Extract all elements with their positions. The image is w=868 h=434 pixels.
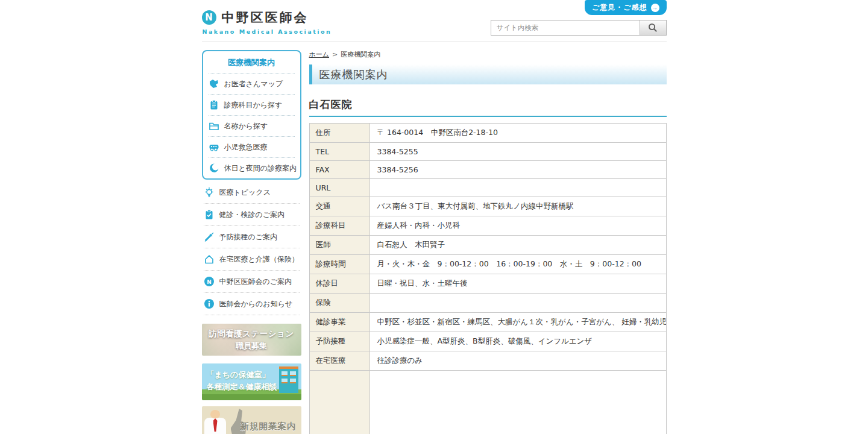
banner-text: 職員募集 <box>236 341 267 351</box>
banner-text: 各種測定＆健康相談 <box>207 381 277 393</box>
breadcrumb-current: 医療機関案内 <box>341 51 380 58</box>
sidebar-item-vaccination[interactable]: 予防接種のご案内 <box>204 226 300 248</box>
sidebar-item-label: 診療科目から探す <box>224 100 283 110</box>
table-row: 診療科目 産婦人科・内科・小児科 <box>309 216 666 236</box>
banner-text: 新規開業案内 <box>241 421 297 432</box>
table-row: URL <box>309 179 666 197</box>
row-value: 産婦人科・内科・小児科 <box>370 216 666 236</box>
sidebar-item-association-news[interactable]: 医師会からのお知らせ <box>204 293 300 315</box>
banner-visiting-nurse-recruiting[interactable]: 訪問看護ステーション 職員募集 <box>202 324 301 356</box>
sidebar-item-pediatric-emergency[interactable]: 小児救急医療 <box>209 137 295 158</box>
table-row: FAX 3384-5256 <box>309 161 666 179</box>
sidebar-menu-header[interactable]: 医療機関案内 <box>209 51 295 74</box>
sidebar-item-search-by-name[interactable]: 名称から探す <box>209 116 295 137</box>
table-row: 在宅医療 往診診療のみ <box>309 351 666 371</box>
feedback-button[interactable]: ご意見・ご感想 → <box>585 0 667 15</box>
search-button[interactable] <box>640 20 666 35</box>
row-label: TEL <box>309 143 370 161</box>
banner-text: 訪問看護ステーション <box>209 329 294 339</box>
site-subtitle: Nakano Medical Association <box>203 28 332 35</box>
clinic-name-heading: 白石医院 <box>309 98 667 117</box>
sidebar-item-search-by-department[interactable]: 診療科目から探す <box>209 95 295 116</box>
sidebar-item-medical-topics[interactable]: 医療トピックス <box>204 181 300 204</box>
building-illustration <box>279 366 298 393</box>
sidebar-item-label: 名称から探す <box>224 121 268 131</box>
sidebar-item-label: お医者さんマップ <box>224 79 283 89</box>
row-label: 医師 <box>309 236 370 255</box>
row-value <box>370 294 666 313</box>
row-value: 小児感染症一般、A型肝炎、B型肝炎、破傷風、インフルエンザ <box>370 332 666 351</box>
row-value: 中野区・杉並区・新宿区・練馬区、大腸がん１次・乳がん・子宮がん、 妊婦・乳幼児 <box>370 313 666 332</box>
site-title: 中野区医師会 <box>222 9 309 26</box>
row-value: 3384-5256 <box>370 161 666 179</box>
banner-town-health-room[interactable]: 「まちの保健室」 各種測定＆健康相談 <box>202 363 301 400</box>
table-row: 医師 白石恕人 木田賢子 <box>309 236 666 255</box>
banner-new-practice-guide[interactable]: 新規開業案内 <box>202 406 301 434</box>
page-title: 医療機関案内 <box>309 64 667 84</box>
breadcrumb-home-link[interactable]: ホーム <box>309 51 330 58</box>
ambulance-icon <box>209 142 219 153</box>
row-value: 往診診療のみ <box>370 351 666 371</box>
sidebar-item-label: 中野区医師会のご案内 <box>219 277 292 287</box>
row-label: 診療時間 <box>309 255 370 274</box>
sidebar-menu-group: 医療機関案内 お医者さんマップ <box>202 50 301 180</box>
house-icon <box>204 254 215 265</box>
table-row: 休診日 日曜・祝日、水・土曜午後 <box>309 274 666 294</box>
row-label: 保険 <box>309 294 370 313</box>
clinic-info-table: 住所 〒 164-0014 中野区南台2-18-10 TEL 3384-5255… <box>309 123 667 434</box>
sidebar-item-label: 医療トピックス <box>219 187 271 198</box>
row-label: 交通 <box>309 197 370 216</box>
row-value: 〒 164-0014 中野区南台2-18-10 <box>370 124 666 143</box>
sidebar-item-label: 在宅医療と介護（保険） <box>219 254 299 265</box>
table-row: 交通 バス南台３丁目、東大付属前、地下鉄丸ノ内線中野新橋駅 <box>309 197 666 216</box>
row-label: 診療科目 <box>309 216 370 236</box>
syringe-icon <box>204 231 215 242</box>
search-input[interactable] <box>491 20 640 35</box>
svg-text:N: N <box>207 279 212 285</box>
info-icon <box>204 298 215 309</box>
table-row: 保険 <box>309 294 666 313</box>
sidebar-item-association-guide[interactable]: N 中野区医師会のご案内 <box>204 271 300 293</box>
table-row <box>309 371 666 434</box>
sidebar-item-doctor-map[interactable]: お医者さんマップ <box>209 74 295 95</box>
row-value: 日曜・祝日、水・土曜午後 <box>370 274 666 294</box>
sidebar-item-holiday-night-care[interactable]: 休日と夜間の診療案内 <box>209 158 295 178</box>
clipboard-check-icon <box>204 209 215 220</box>
sidebar-item-health-checkup[interactable]: 健診・検診のご案内 <box>204 204 300 226</box>
breadcrumb: ホーム>医療機関案内 <box>309 50 667 59</box>
doctor-illustration <box>210 410 220 418</box>
sidebar: 医療機関案内 お医者さんマップ <box>202 50 301 434</box>
folder-icon <box>209 121 219 131</box>
breadcrumb-separator: > <box>332 51 338 58</box>
row-label: 在宅医療 <box>309 351 370 371</box>
table-row: TEL 3384-5255 <box>309 143 666 161</box>
table-row: 健診事業 中野区・杉並区・新宿区・練馬区、大腸がん１次・乳がん・子宮がん、 妊婦… <box>309 313 666 332</box>
row-label: FAX <box>309 161 370 179</box>
row-label: 休診日 <box>309 274 370 294</box>
association-logo-icon: N <box>204 276 215 287</box>
sidebar-item-label: 予防接種のご案内 <box>219 232 278 242</box>
site-search <box>491 20 667 36</box>
row-label: 住所 <box>309 124 370 143</box>
main-content: ホーム>医療機関案内 医療機関案内 白石医院 住所 〒 164-0014 中野区… <box>309 42 667 434</box>
clipboard-icon <box>209 99 219 110</box>
row-value <box>370 179 666 197</box>
moon-icon <box>209 163 219 174</box>
row-label: 予防接種 <box>309 332 370 351</box>
row-value: 月・火・木・金 9：00-12：00 16：00-19：00 水・土 9：00-… <box>370 255 666 274</box>
logo-n-icon: N <box>202 10 216 25</box>
arrow-right-icon: → <box>651 4 659 12</box>
row-value <box>370 371 666 434</box>
row-value: 3384-5255 <box>370 143 666 161</box>
search-icon <box>647 22 658 33</box>
row-label: URL <box>309 179 370 197</box>
sidebar-item-label: 医師会からのお知らせ <box>219 299 293 309</box>
sidebar-item-home-care[interactable]: 在宅医療と介護（保険） <box>204 248 300 271</box>
site-logo[interactable]: N 中野区医師会 Nakano Medical Association <box>202 9 332 35</box>
map-icon <box>209 78 219 89</box>
banner-text: 「まちの保健室」 <box>207 369 277 381</box>
row-value: バス南台３丁目、東大付属前、地下鉄丸ノ内線中野新橋駅 <box>370 197 666 216</box>
lightbulb-icon <box>204 187 215 198</box>
feedback-button-label: ご意見・ご感想 <box>592 2 647 13</box>
row-label <box>309 371 370 434</box>
